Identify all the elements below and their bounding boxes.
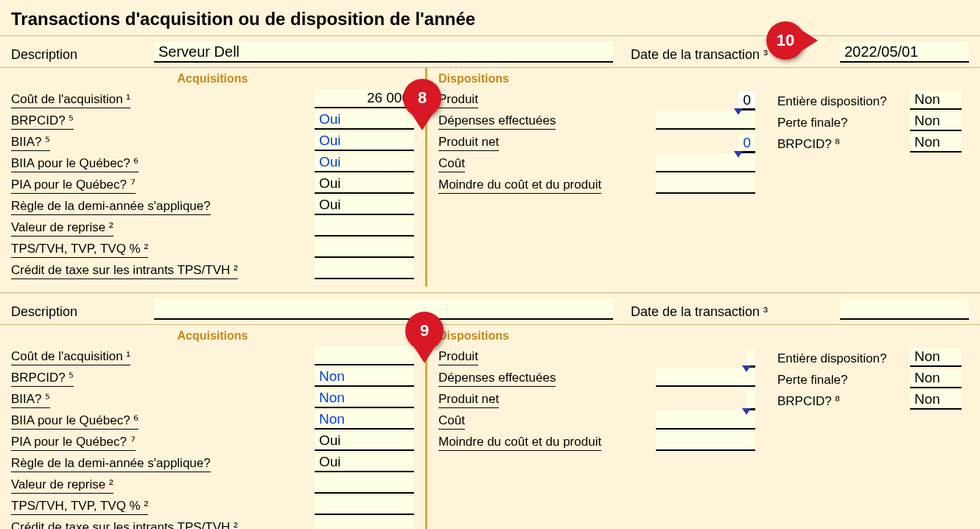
description-input[interactable] — [154, 42, 613, 63]
depenses-label: Dépenses effectuées — [438, 113, 556, 130]
date-label: Date de la transaction ³ — [631, 304, 822, 320]
biia-qc-label: BIIA pour le Québec? ⁶ — [11, 413, 139, 430]
cout-acq-value[interactable] — [315, 346, 414, 365]
demi-annee-label: Règle de la demi-année s'applique? — [11, 456, 211, 472]
valeur-reprise-value[interactable] — [315, 217, 414, 237]
biia-qc-value[interactable]: Non — [315, 410, 414, 430]
date-input[interactable] — [840, 42, 969, 63]
perte-finale-value[interactable]: Non — [910, 112, 962, 131]
brpcid8-label: BRPCID? ⁸ — [777, 393, 840, 410]
produit-label: Produit — [438, 349, 478, 365]
valeur-reprise-label: Valeur de reprise ² — [11, 220, 113, 237]
produit-net-label: Produit net — [438, 135, 499, 151]
brpcid8-value[interactable]: Non — [910, 133, 962, 153]
dispositions-mid-column: Dispositions Produit Dépenses effectuées… — [427, 325, 766, 529]
moindre-label: Moindre du coût et du produit — [438, 435, 601, 451]
entiere-disp-label: Entière disposition? — [777, 94, 886, 110]
pia-qc-value[interactable]: Oui — [315, 175, 414, 194]
perte-finale-label: Perte finale? — [777, 373, 847, 388]
biia5-value[interactable]: Non — [315, 389, 414, 408]
dropdown-icon[interactable] — [734, 151, 743, 158]
transaction-2: 9 Description Date de la transaction ³ A… — [0, 292, 980, 529]
tps-pct-value[interactable] — [315, 239, 414, 258]
acq-heading: Acquisitions — [11, 329, 414, 343]
entiere-disp-label: Entière disposition? — [777, 351, 886, 367]
credit-taxe-value[interactable] — [315, 260, 414, 279]
dispositions-mid-column: Dispositions Produit 0 Dépenses effectué… — [427, 68, 766, 287]
description-label: Description — [11, 47, 136, 63]
demi-annee-value[interactable]: Oui — [315, 453, 414, 472]
moindre-label: Moindre du coût et du produit — [438, 178, 601, 194]
dropdown-icon[interactable] — [742, 365, 751, 372]
brpcid5-value[interactable]: Non — [315, 368, 414, 387]
brpcid8-value[interactable]: Non — [910, 390, 962, 410]
demi-annee-label: Règle de la demi-année s'applique? — [11, 199, 211, 215]
moindre-value[interactable] — [656, 432, 755, 451]
credit-taxe-label: Crédit de taxe sur les intrants TPS/TVH … — [11, 520, 238, 529]
produit-net-label: Produit net — [438, 392, 499, 408]
cout-label: Coût — [438, 156, 465, 172]
valeur-reprise-value[interactable] — [315, 474, 414, 494]
biia5-label: BIIA? ⁵ — [11, 391, 50, 408]
pia-qc-label: PIA pour le Québec? ⁷ — [11, 177, 136, 194]
description-input[interactable] — [154, 299, 613, 320]
pia-qc-label: PIA pour le Québec? ⁷ — [11, 434, 136, 451]
dropdown-icon[interactable] — [742, 408, 751, 415]
callout-9: 9 — [405, 312, 444, 350]
tps-pct-value[interactable] — [315, 496, 414, 515]
produit-label: Produit — [438, 92, 478, 108]
entiere-disp-value[interactable]: Non — [910, 91, 962, 110]
page-title: Transactions d'acquisition ou de disposi… — [0, 0, 980, 35]
moindre-value[interactable] — [656, 175, 755, 194]
disp-heading: Dispositions — [438, 72, 755, 85]
valeur-reprise-label: Valeur de reprise ² — [11, 477, 113, 494]
brpcid5-label: BRPCID? ⁵ — [11, 113, 74, 130]
disp-heading: Dispositions — [438, 329, 755, 343]
perte-finale-value[interactable]: Non — [910, 369, 962, 388]
biia5-value[interactable]: Oui — [315, 132, 414, 151]
demi-annee-value[interactable]: Oui — [315, 196, 414, 215]
brpcid5-value[interactable]: Oui — [315, 111, 414, 130]
biia-qc-label: BIIA pour le Québec? ⁶ — [11, 155, 139, 172]
dispositions-right-column: Entière disposition?Non Perte finale?Non… — [766, 325, 973, 529]
acquisitions-column: Acquisitions Coût de l'acquisition ¹ BRP… — [0, 325, 427, 529]
credit-taxe-label: Crédit de taxe sur les intrants TPS/TVH … — [11, 263, 238, 279]
dropdown-icon[interactable] — [734, 108, 743, 115]
callout-8: 8 — [403, 79, 441, 117]
brpcid8-label: BRPCID? ⁸ — [777, 136, 840, 153]
cout-value[interactable] — [656, 410, 755, 430]
tps-pct-label: TPS/TVH, TVP, TVQ % ² — [11, 499, 148, 515]
depenses-value[interactable] — [656, 368, 755, 387]
pia-qc-value[interactable]: Oui — [315, 432, 414, 451]
date-input[interactable] — [840, 299, 969, 320]
description-label: Description — [11, 304, 136, 320]
biia5-label: BIIA? ⁵ — [11, 134, 50, 151]
cout-acq-value[interactable]: 26 000 — [315, 89, 414, 108]
credit-taxe-value[interactable] — [315, 517, 414, 529]
perte-finale-label: Perte finale? — [777, 116, 847, 131]
cout-acq-label: Coût de l'acquisition ¹ — [11, 349, 130, 365]
acquisitions-column: Acquisitions Coût de l'acquisition ¹26 0… — [0, 68, 427, 287]
biia-qc-value[interactable]: Oui — [315, 153, 414, 172]
transaction-1: 8 10 Description Date de la transaction … — [0, 35, 980, 287]
callout-10: 10 — [766, 21, 805, 60]
tps-pct-label: TPS/TVH, TVP, TVQ % ² — [11, 242, 148, 258]
acq-heading: Acquisitions — [11, 72, 414, 85]
entiere-disp-value[interactable]: Non — [910, 348, 962, 367]
depenses-label: Dépenses effectuées — [438, 371, 556, 387]
cout-acq-label: Coût de l'acquisition ¹ — [11, 92, 130, 108]
brpcid5-label: BRPCID? ⁵ — [11, 370, 74, 387]
dispositions-right-column: Entière disposition?Non Perte finale?Non… — [766, 68, 973, 287]
cout-label: Coût — [438, 413, 465, 430]
